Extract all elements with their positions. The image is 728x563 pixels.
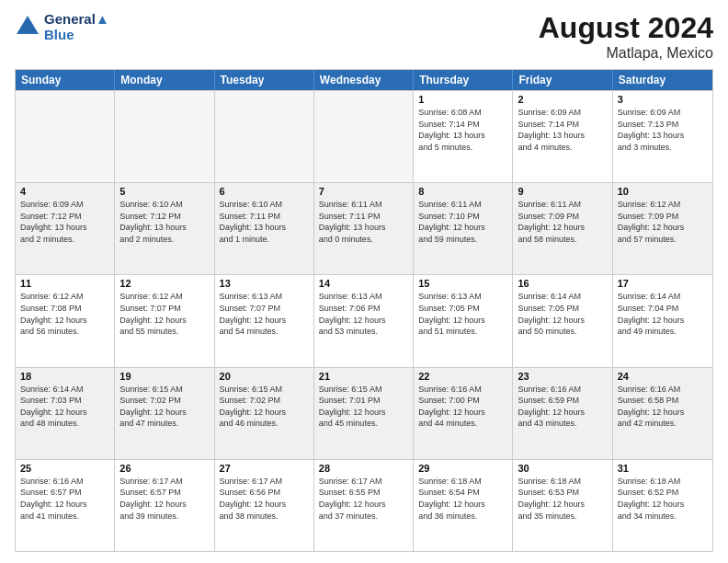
day-number: 18 bbox=[20, 371, 109, 382]
calendar-row: 4Sunrise: 6:09 AM Sunset: 7:12 PM Daylig… bbox=[16, 182, 712, 274]
calendar-cell: 16Sunrise: 6:14 AM Sunset: 7:05 PM Dayli… bbox=[513, 275, 612, 366]
day-number: 30 bbox=[518, 463, 607, 474]
day-info: Sunrise: 6:16 AM Sunset: 7:00 PM Dayligh… bbox=[418, 384, 507, 430]
calendar-row: 25Sunrise: 6:16 AM Sunset: 6:57 PM Dayli… bbox=[16, 459, 712, 551]
calendar-cell: 17Sunrise: 6:14 AM Sunset: 7:04 PM Dayli… bbox=[613, 275, 712, 366]
weekday-header: Tuesday bbox=[215, 70, 314, 90]
day-info: Sunrise: 6:18 AM Sunset: 6:53 PM Dayligh… bbox=[518, 476, 607, 522]
day-number: 25 bbox=[20, 463, 109, 474]
calendar-cell: 25Sunrise: 6:16 AM Sunset: 6:57 PM Dayli… bbox=[16, 460, 115, 551]
logo-text: General▲ Blue bbox=[44, 11, 109, 42]
calendar-cell bbox=[16, 91, 115, 182]
logo-icon bbox=[15, 14, 40, 40]
calendar-cell: 7Sunrise: 6:11 AM Sunset: 7:11 PM Daylig… bbox=[314, 183, 414, 274]
day-info: Sunrise: 6:17 AM Sunset: 6:55 PM Dayligh… bbox=[319, 476, 408, 522]
day-info: Sunrise: 6:13 AM Sunset: 7:05 PM Dayligh… bbox=[418, 291, 507, 337]
day-info: Sunrise: 6:15 AM Sunset: 7:01 PM Dayligh… bbox=[319, 384, 408, 430]
day-info: Sunrise: 6:08 AM Sunset: 7:14 PM Dayligh… bbox=[418, 107, 507, 153]
page: General▲ Blue August 2024 Matlapa, Mexic… bbox=[0, 0, 728, 563]
calendar: SundayMondayTuesdayWednesdayThursdayFrid… bbox=[15, 69, 713, 552]
day-info: Sunrise: 6:12 AM Sunset: 7:08 PM Dayligh… bbox=[20, 291, 109, 337]
calendar-header: SundayMondayTuesdayWednesdayThursdayFrid… bbox=[16, 70, 712, 90]
day-number: 6 bbox=[220, 186, 309, 197]
day-number: 4 bbox=[20, 186, 109, 197]
day-number: 15 bbox=[418, 278, 507, 289]
day-number: 7 bbox=[319, 186, 408, 197]
day-info: Sunrise: 6:11 AM Sunset: 7:11 PM Dayligh… bbox=[319, 199, 408, 245]
day-number: 11 bbox=[20, 278, 109, 289]
calendar-cell: 11Sunrise: 6:12 AM Sunset: 7:08 PM Dayli… bbox=[16, 275, 115, 366]
calendar-cell: 21Sunrise: 6:15 AM Sunset: 7:01 PM Dayli… bbox=[314, 368, 414, 459]
day-info: Sunrise: 6:11 AM Sunset: 7:10 PM Dayligh… bbox=[418, 199, 507, 245]
calendar-cell: 24Sunrise: 6:16 AM Sunset: 6:58 PM Dayli… bbox=[613, 368, 712, 459]
day-number: 21 bbox=[319, 371, 408, 382]
day-info: Sunrise: 6:18 AM Sunset: 6:54 PM Dayligh… bbox=[418, 476, 507, 522]
day-number: 19 bbox=[119, 371, 209, 382]
day-number: 17 bbox=[618, 278, 708, 289]
weekday-header: Saturday bbox=[613, 70, 712, 90]
day-info: Sunrise: 6:11 AM Sunset: 7:09 PM Dayligh… bbox=[518, 199, 607, 245]
location: Matlapa, Mexico bbox=[539, 45, 713, 62]
day-number: 20 bbox=[220, 371, 309, 382]
day-number: 13 bbox=[220, 278, 309, 289]
calendar-cell: 6Sunrise: 6:10 AM Sunset: 7:11 PM Daylig… bbox=[215, 183, 314, 274]
day-number: 28 bbox=[319, 463, 408, 474]
day-info: Sunrise: 6:10 AM Sunset: 7:12 PM Dayligh… bbox=[119, 199, 209, 245]
calendar-cell: 8Sunrise: 6:11 AM Sunset: 7:10 PM Daylig… bbox=[414, 183, 513, 274]
day-info: Sunrise: 6:16 AM Sunset: 6:58 PM Dayligh… bbox=[618, 384, 708, 430]
day-info: Sunrise: 6:18 AM Sunset: 6:52 PM Dayligh… bbox=[618, 476, 708, 522]
day-info: Sunrise: 6:15 AM Sunset: 7:02 PM Dayligh… bbox=[119, 384, 209, 430]
weekday-header: Monday bbox=[115, 70, 214, 90]
day-number: 22 bbox=[418, 371, 507, 382]
calendar-cell: 19Sunrise: 6:15 AM Sunset: 7:02 PM Dayli… bbox=[115, 368, 214, 459]
calendar-cell: 20Sunrise: 6:15 AM Sunset: 7:02 PM Dayli… bbox=[215, 368, 314, 459]
calendar-cell: 26Sunrise: 6:17 AM Sunset: 6:57 PM Dayli… bbox=[115, 460, 214, 551]
day-info: Sunrise: 6:12 AM Sunset: 7:07 PM Dayligh… bbox=[119, 291, 209, 337]
day-number: 10 bbox=[618, 186, 708, 197]
calendar-cell: 15Sunrise: 6:13 AM Sunset: 7:05 PM Dayli… bbox=[414, 275, 513, 366]
day-number: 9 bbox=[518, 186, 607, 197]
calendar-cell bbox=[115, 91, 214, 182]
day-number: 24 bbox=[618, 371, 708, 382]
day-info: Sunrise: 6:16 AM Sunset: 6:57 PM Dayligh… bbox=[20, 476, 109, 522]
calendar-cell: 23Sunrise: 6:16 AM Sunset: 6:59 PM Dayli… bbox=[513, 368, 612, 459]
calendar-body: 1Sunrise: 6:08 AM Sunset: 7:14 PM Daylig… bbox=[16, 90, 712, 551]
title-block: August 2024 Matlapa, Mexico bbox=[539, 11, 713, 62]
calendar-cell: 1Sunrise: 6:08 AM Sunset: 7:14 PM Daylig… bbox=[414, 91, 513, 182]
day-info: Sunrise: 6:15 AM Sunset: 7:02 PM Dayligh… bbox=[220, 384, 309, 430]
day-number: 31 bbox=[618, 463, 708, 474]
weekday-header: Thursday bbox=[414, 70, 513, 90]
calendar-row: 18Sunrise: 6:14 AM Sunset: 7:03 PM Dayli… bbox=[16, 367, 712, 459]
day-info: Sunrise: 6:14 AM Sunset: 7:03 PM Dayligh… bbox=[20, 384, 109, 430]
weekday-header: Friday bbox=[513, 70, 612, 90]
day-number: 14 bbox=[319, 278, 408, 289]
day-number: 23 bbox=[518, 371, 607, 382]
calendar-cell: 28Sunrise: 6:17 AM Sunset: 6:55 PM Dayli… bbox=[314, 460, 414, 551]
svg-marker-1 bbox=[18, 19, 37, 32]
day-number: 2 bbox=[518, 94, 607, 105]
day-info: Sunrise: 6:17 AM Sunset: 6:57 PM Dayligh… bbox=[119, 476, 209, 522]
day-number: 3 bbox=[618, 94, 708, 105]
calendar-cell: 12Sunrise: 6:12 AM Sunset: 7:07 PM Dayli… bbox=[115, 275, 214, 366]
logo: General▲ Blue bbox=[15, 11, 109, 42]
weekday-header: Sunday bbox=[16, 70, 115, 90]
calendar-cell bbox=[215, 91, 314, 182]
day-number: 29 bbox=[418, 463, 507, 474]
day-info: Sunrise: 6:12 AM Sunset: 7:09 PM Dayligh… bbox=[618, 199, 708, 245]
calendar-row: 11Sunrise: 6:12 AM Sunset: 7:08 PM Dayli… bbox=[16, 274, 712, 366]
calendar-cell: 30Sunrise: 6:18 AM Sunset: 6:53 PM Dayli… bbox=[513, 460, 612, 551]
day-number: 8 bbox=[418, 186, 507, 197]
calendar-cell: 27Sunrise: 6:17 AM Sunset: 6:56 PM Dayli… bbox=[215, 460, 314, 551]
day-number: 26 bbox=[119, 463, 209, 474]
day-number: 12 bbox=[119, 278, 209, 289]
calendar-cell: 2Sunrise: 6:09 AM Sunset: 7:14 PM Daylig… bbox=[513, 91, 612, 182]
day-info: Sunrise: 6:09 AM Sunset: 7:14 PM Dayligh… bbox=[518, 107, 607, 153]
day-info: Sunrise: 6:14 AM Sunset: 7:04 PM Dayligh… bbox=[618, 291, 708, 337]
calendar-cell: 9Sunrise: 6:11 AM Sunset: 7:09 PM Daylig… bbox=[513, 183, 612, 274]
day-info: Sunrise: 6:13 AM Sunset: 7:06 PM Dayligh… bbox=[319, 291, 408, 337]
calendar-cell: 29Sunrise: 6:18 AM Sunset: 6:54 PM Dayli… bbox=[414, 460, 513, 551]
day-info: Sunrise: 6:17 AM Sunset: 6:56 PM Dayligh… bbox=[220, 476, 309, 522]
day-info: Sunrise: 6:09 AM Sunset: 7:12 PM Dayligh… bbox=[20, 199, 109, 245]
month-year: August 2024 bbox=[539, 11, 713, 45]
day-info: Sunrise: 6:09 AM Sunset: 7:13 PM Dayligh… bbox=[618, 107, 708, 153]
